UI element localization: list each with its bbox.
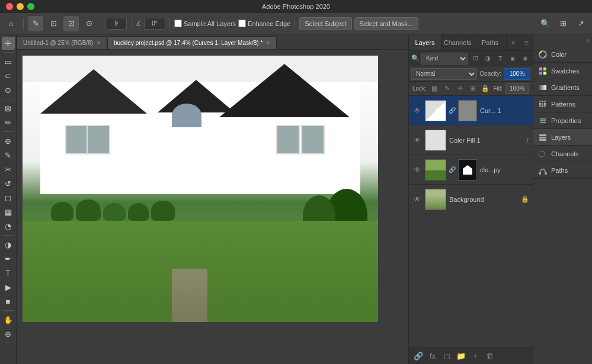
fill-input[interactable] — [505, 83, 529, 94]
tab-untitled[interactable]: Untitled-1 @ 25% (RGB/8) ✕ — [17, 36, 107, 49]
selection-tool-2[interactable]: ⊡ — [63, 16, 79, 31]
filter-smartobj-btn[interactable]: ◈ — [520, 53, 530, 64]
gradient-tool[interactable]: ▦ — [2, 205, 15, 218]
crop-tool[interactable]: ⊠ — [2, 102, 15, 115]
minimize-button[interactable] — [17, 3, 24, 10]
zoom-tool[interactable]: ⊕ — [2, 327, 15, 340]
tool-separator-1 — [3, 52, 14, 53]
layers-tab-channels[interactable]: Channels — [441, 34, 474, 50]
search-button[interactable]: 🔍 — [537, 16, 553, 31]
lock-pixels-btn[interactable]: ✎ — [442, 83, 452, 94]
layer-visibility-curves[interactable]: 👁 — [412, 106, 422, 115]
gradients-icon — [538, 83, 548, 92]
workspaces-button[interactable]: ⊞ — [555, 16, 571, 31]
right-roof — [219, 64, 350, 117]
angle-input[interactable] — [144, 18, 165, 30]
enhance-edge-checkbox[interactable]: Enhance Edge — [238, 20, 290, 27]
brush-tool-button[interactable]: ✎ — [28, 16, 43, 31]
layers-panel-expand[interactable]: » — [507, 34, 520, 50]
quick-selection-tool[interactable]: ⊙ — [2, 83, 15, 96]
toolbar-separator-5 — [295, 18, 295, 30]
blur-tool[interactable]: ◔ — [2, 220, 15, 233]
tab-buckley[interactable]: buckley project.psd @ 17.4% (Curves 1, L… — [107, 36, 277, 49]
new-group-button[interactable]: 📁 — [455, 350, 467, 362]
svg-marker-0 — [463, 165, 472, 175]
lock-position-btn[interactable]: ✛ — [455, 83, 465, 94]
layer-item-clepy[interactable]: 👁 🔗 cle...py — [409, 155, 533, 185]
filter-adjust-btn[interactable]: ◑ — [482, 53, 493, 64]
hand-tool[interactable]: ✋ — [2, 313, 15, 326]
lasso-tool[interactable]: ⊂ — [2, 69, 15, 82]
right-panel-patterns[interactable]: Patterns — [533, 96, 592, 112]
maximize-button[interactable] — [27, 3, 34, 10]
tab-untitled-close[interactable]: ✕ — [96, 40, 101, 46]
right-panel-swatches[interactable]: Swatches — [533, 63, 592, 79]
svg-point-21 — [542, 121, 543, 123]
clone-stamp-tool[interactable]: ✂ — [2, 163, 15, 176]
layers-tab-paths[interactable]: Paths — [474, 34, 507, 50]
share-button[interactable]: ↗ — [573, 16, 588, 31]
right-panel-channels[interactable]: Channels — [533, 146, 592, 162]
layer-fx-button[interactable]: fx — [427, 350, 439, 362]
shape-tool[interactable]: ■ — [2, 295, 15, 308]
eyedropper-tool[interactable]: ✏ — [2, 116, 15, 129]
arch-window — [172, 104, 201, 127]
close-button[interactable] — [6, 3, 13, 10]
lock-all-btn[interactable]: 🔒 — [481, 83, 491, 94]
brush-tool[interactable]: ✎ — [2, 149, 15, 162]
type-tool[interactable]: T — [2, 266, 15, 279]
home-button[interactable]: ⌂ — [4, 16, 19, 31]
dodge-tool[interactable]: ◑ — [2, 238, 15, 251]
lock-transparency-btn[interactable]: ▦ — [430, 83, 440, 94]
selection-tool-1[interactable]: ⊡ — [46, 16, 61, 31]
layer-visibility-clepy[interactable]: 👁 — [412, 165, 422, 175]
delete-layer-button[interactable]: 🗑 — [484, 350, 495, 362]
right-panel-collapse-btn[interactable]: « — [586, 37, 590, 44]
move-tool[interactable]: ✛ — [2, 37, 15, 50]
history-brush-tool[interactable]: ↺ — [2, 177, 15, 190]
select-and-mask-button[interactable]: Select and Mask... — [354, 17, 419, 30]
layer-item-curves[interactable]: 👁 🔗 Cur... 1 — [409, 96, 533, 125]
select-subject-button[interactable]: Select Subject — [299, 17, 351, 30]
lock-artboard-btn[interactable]: ⊞ — [468, 83, 478, 94]
filter-kind-select[interactable]: Kind — [421, 53, 468, 65]
layer-item-background[interactable]: 👁 Background 🔒 — [409, 185, 533, 214]
pen-tool[interactable]: ✒ — [2, 252, 15, 265]
layers-stack-icon — [538, 133, 548, 142]
window-right-1 — [301, 125, 325, 154]
canvas-area: Untitled-1 @ 25% (RGB/8) ✕ buckley proje… — [17, 34, 408, 364]
right-panel-gradients[interactable]: Gradients — [533, 79, 592, 96]
opacity-input[interactable] — [504, 68, 530, 80]
layers-panel-menu[interactable]: ≡ — [520, 34, 533, 50]
sample-all-layers-checkbox[interactable]: Sample All Layers — [174, 20, 236, 27]
blend-mode-select[interactable]: Normal — [411, 68, 477, 80]
brush-size-input[interactable] — [105, 18, 127, 30]
selection-tool-3[interactable]: ⊙ — [81, 16, 97, 31]
right-panel-color[interactable]: Color — [533, 46, 592, 63]
filter-type-btn[interactable]: T — [495, 53, 505, 64]
right-panel-paths[interactable]: Paths — [533, 162, 592, 179]
path-selection-tool[interactable]: ▶ — [2, 281, 15, 294]
right-panel-properties[interactable]: Properties — [533, 112, 592, 129]
layer-item-colorfill[interactable]: 👁 Color Fill 1 ƒ — [409, 125, 533, 155]
layer-visibility-bg[interactable]: 👁 — [412, 195, 422, 204]
healing-brush-tool[interactable]: ⊕ — [2, 134, 15, 147]
marquee-tool[interactable]: ▭ — [2, 55, 15, 68]
filter-pixel-btn[interactable]: ⊡ — [470, 53, 481, 64]
eraser-tool[interactable]: ◻ — [2, 191, 15, 204]
new-layer-button[interactable]: + — [469, 350, 481, 362]
tab-buckley-label: buckley project.psd @ 17.4% (Curves 1, L… — [114, 40, 263, 46]
window-left-1 — [65, 125, 89, 154]
filter-shape-btn[interactable]: ■ — [507, 53, 518, 64]
traffic-lights — [6, 3, 34, 10]
link-layers-button[interactable]: 🔗 — [412, 350, 424, 362]
svg-rect-23 — [539, 137, 546, 138]
right-panel-layers[interactable]: Layers — [533, 129, 592, 146]
layers-tab-layers[interactable]: Layers — [409, 34, 441, 50]
house-background — [23, 56, 378, 322]
layer-visibility-colorfill[interactable]: 👁 — [412, 136, 422, 145]
shrub-1 — [51, 202, 73, 221]
add-mask-button[interactable]: ◻ — [441, 350, 453, 362]
canvas-container[interactable] — [17, 50, 408, 364]
tab-buckley-close[interactable]: ✕ — [265, 40, 270, 46]
